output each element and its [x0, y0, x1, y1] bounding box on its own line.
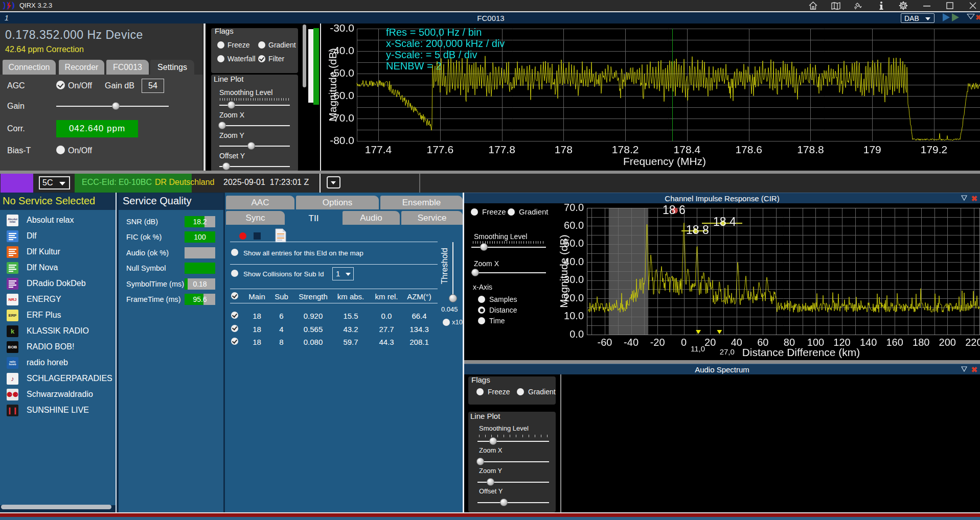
service-logo-icon: ERF: [7, 310, 18, 321]
service-item[interactable]: radio horebradio horeb: [0, 356, 116, 371]
audio-zoomx-slider[interactable]: [477, 458, 549, 465]
service-item[interactable]: BOBRADIO BOB!: [0, 340, 116, 356]
play-button[interactable]: [943, 13, 950, 21]
service-item[interactable]: DRadio DokDeb: [0, 276, 116, 292]
tab-recorder[interactable]: Recorder: [59, 60, 104, 75]
service-item[interactable]: ♪SCHLAGERPARADIES: [0, 371, 116, 387]
close-panel-icon[interactable]: ✖: [975, 13, 980, 21]
service-item[interactable]: ⚈⚈Schwarzwaldradio: [0, 387, 116, 403]
dab-section: No Service Selected Absolut relaxAbsolut…: [0, 193, 980, 512]
map-icon[interactable]: [827, 0, 845, 11]
audio-flags-groupbox: Flags Freeze Gradient: [468, 376, 556, 405]
service-item[interactable]: ERFERF Plus: [0, 308, 116, 324]
gain-slider[interactable]: [56, 102, 169, 110]
service-list-scrollbar[interactable]: [1, 505, 111, 509]
service-item[interactable]: Dlf Nova: [0, 261, 116, 276]
collapse-triangle-icon[interactable]: [961, 195, 967, 201]
collapse-triangle-icon[interactable]: [967, 14, 975, 19]
controls-scrollbar[interactable]: [303, 25, 306, 87]
row-checkbox[interactable]: [231, 325, 238, 332]
audio-flag-gradient[interactable]: Gradient: [517, 388, 556, 396]
tab-settings[interactable]: Settings: [150, 60, 194, 75]
close-panel-icon[interactable]: ✖: [971, 194, 977, 203]
collisions-radio[interactable]: [231, 270, 238, 277]
tab-ensemble[interactable]: Ensemble: [380, 196, 463, 209]
mode-select[interactable]: DAB: [901, 13, 935, 23]
service-item[interactable]: Dlf Kultur: [0, 245, 116, 261]
flag-gradient[interactable]: Gradient: [258, 41, 296, 49]
audio-zoomy-slider[interactable]: [477, 478, 549, 486]
cir-xaxis-samples[interactable]: Samples: [478, 295, 517, 303]
tii-tabs-row1: AAC Options Ensemble: [225, 196, 463, 209]
tab-audio[interactable]: Audio: [343, 211, 400, 225]
threshold-slider-thumb[interactable]: [449, 294, 457, 302]
cir-zoomx-slider[interactable]: [471, 269, 546, 276]
close-icon[interactable]: [964, 0, 980, 11]
tab-connection[interactable]: Connection: [3, 60, 56, 75]
document-icon[interactable]: [275, 228, 286, 243]
tab-tii[interactable]: TII: [286, 211, 341, 226]
table-header-checkbox[interactable]: [231, 292, 238, 299]
service-item[interactable]: ❙❙SUNSHINE LIVE: [0, 403, 116, 419]
maximize-icon[interactable]: [941, 0, 959, 11]
tab-options[interactable]: Options: [296, 196, 379, 209]
service-item[interactable]: NRJENERGY: [0, 292, 116, 308]
biast-checkbox[interactable]: [56, 146, 65, 154]
minimize-icon[interactable]: [918, 0, 936, 11]
settings-tab-body: AGC On/Off Gain dB 54 Gain Corr. 042.640…: [0, 75, 203, 171]
cir-plot[interactable]: [464, 203, 980, 360]
lineplot-groupbox: Line Plot Smoothing Level Zoom X Zoom Y …: [211, 75, 298, 172]
tab-service[interactable]: Service: [401, 211, 463, 225]
service-item[interactable]: Dlf: [0, 229, 116, 245]
cir-flag-gradient[interactable]: Gradient: [508, 207, 549, 216]
metric-value: 0.18: [185, 280, 215, 288]
device-panel-scrollbar[interactable]: [203, 23, 206, 171]
service-name: Schwarzwaldradio: [27, 390, 93, 399]
service-item[interactable]: kKLASSIK RADIO: [0, 324, 116, 340]
row-checkbox[interactable]: [231, 338, 238, 345]
quality-metric-row: FIC (ok %)100: [119, 231, 223, 243]
stop-icon[interactable]: [254, 232, 261, 240]
audio-offsety-slider[interactable]: [477, 499, 549, 506]
service-logo-icon: NRJ: [7, 294, 18, 305]
smoothing-slider[interactable]: [219, 101, 290, 109]
info-icon[interactable]: [872, 0, 891, 11]
collapse-triangle-icon[interactable]: [961, 366, 967, 372]
ensemble-dropdown-button[interactable]: [327, 176, 340, 188]
record-icon[interactable]: [239, 232, 246, 240]
offsety-slider[interactable]: [219, 162, 290, 170]
gain-db-label: Gain dB: [105, 81, 134, 90]
zoomx-slider[interactable]: [219, 122, 290, 129]
row-checkbox[interactable]: [231, 312, 238, 319]
service-name: radio horeb: [27, 358, 68, 367]
flag-waterfall[interactable]: Waterfall: [217, 55, 256, 63]
home-icon[interactable]: [804, 0, 822, 11]
channel-select[interactable]: 5C: [39, 176, 70, 190]
tab-fc0013[interactable]: FC0013: [106, 60, 149, 75]
satellite-icon[interactable]: [849, 0, 868, 11]
agc-checkbox[interactable]: [56, 81, 65, 89]
cir-smoothing-slider[interactable]: [471, 243, 546, 251]
gain-db-input[interactable]: 54: [142, 79, 164, 93]
subid-select[interactable]: 1: [332, 267, 354, 280]
close-panel-icon[interactable]: ✖: [971, 365, 977, 374]
cir-xaxis-time[interactable]: Time: [478, 317, 505, 325]
audio-flag-freeze[interactable]: Freeze: [476, 388, 510, 396]
cir-xaxis-distance[interactable]: Distance: [478, 306, 517, 314]
audio-smoothing-slider[interactable]: [477, 437, 549, 445]
gear-icon[interactable]: [894, 0, 913, 11]
tab-sync[interactable]: Sync: [226, 211, 285, 225]
threshold-slider[interactable]: [452, 242, 453, 295]
show-all-radio[interactable]: [231, 249, 238, 256]
service-item[interactable]: Absolut relaxAbsolut relax: [0, 213, 116, 229]
flag-freeze[interactable]: Freeze: [217, 41, 250, 49]
rf-spectrum-plot[interactable]: [321, 23, 980, 171]
cir-flag-freeze[interactable]: Freeze: [471, 207, 506, 216]
flag-filter[interactable]: Filter: [258, 55, 284, 63]
play-file-button[interactable]: [952, 13, 959, 21]
col-km-rel: km rel.: [371, 292, 402, 301]
cir-scrollbar[interactable]: [464, 360, 980, 364]
x10-radio[interactable]: x10: [443, 318, 463, 326]
zoomy-slider[interactable]: [219, 142, 290, 150]
tab-aac[interactable]: AAC: [226, 196, 294, 209]
